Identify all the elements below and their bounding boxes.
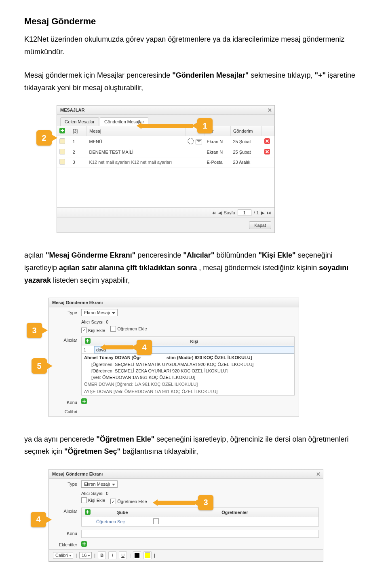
- autocomplete-dropdown: Ahmet Tümay DOVAN [Öğr stim (Müdür) 920 …: [81, 353, 295, 396]
- cell-type: E-Posta: [205, 157, 231, 167]
- checkbox-label: Öğretmen Ekle: [117, 326, 147, 331]
- text: K12 net mail ayarları K12 net mail ayarl…: [89, 160, 172, 165]
- close-button[interactable]: Kapat: [249, 221, 271, 229]
- figure-messages-window: 1 2 MESAJLAR ✕ Gelen Mesajlar Gönderilen…: [57, 105, 275, 233]
- edit-icon[interactable]: [59, 149, 65, 154]
- cell-date: 23 Aralık: [231, 157, 262, 167]
- row-count: Alıcı Sayısı: 0: [49, 489, 323, 497]
- cell-n: 2: [70, 147, 87, 157]
- callout-5: 5: [32, 358, 47, 374]
- col-kisi: Kişi: [94, 336, 295, 346]
- table-row[interactable]: 3 K12 net mail ayarları K12 net mail aya…: [57, 157, 274, 167]
- cell-type: Ekran N: [205, 136, 231, 147]
- italic-button[interactable]: I: [108, 551, 116, 559]
- row-subject: Konu: [49, 528, 323, 539]
- row-font: Calibri: [49, 406, 299, 417]
- callout-1-arrow: [141, 124, 193, 128]
- text: ya da aynı pencerede: [24, 435, 96, 443]
- add-icon[interactable]: [85, 338, 91, 344]
- cell-subject: MENÜ: [87, 136, 186, 147]
- envelope-icon[interactable]: [196, 140, 202, 144]
- close-icon[interactable]: ✕: [316, 471, 321, 477]
- delete-icon[interactable]: [264, 149, 270, 154]
- text-bold: "Gönderilen Mesajlar": [172, 71, 249, 79]
- font-size-select[interactable]: 16: [79, 552, 92, 558]
- window-title-text: Mesaj Gönderme Ekranı: [52, 472, 103, 476]
- col-count: [3]: [70, 126, 87, 136]
- pager-first-icon[interactable]: ⏮: [211, 210, 216, 215]
- suggest-item[interactable]: AYŞE DOVAN [Veli: ÖMERDOVAN 1/A 961 KOÇ …: [82, 388, 294, 395]
- recipient-count: Alıcı Sayısı: 0: [81, 319, 295, 324]
- subject-input[interactable]: [81, 530, 319, 538]
- paragraph-intro: K12Net üzerinden okulumuzda görev yapan …: [24, 33, 364, 58]
- suggest-subline: [Öğretmen: SEÇMELİ ZEKA OYUNLARI 920 KOÇ…: [82, 368, 294, 374]
- callout-4: 4: [137, 340, 152, 355]
- window-footer: Kapat: [57, 218, 274, 233]
- ogretmen-sec-link[interactable]: Öğretmen Seç: [96, 519, 125, 524]
- text-bold: açılan satır alanına çift tıkladıktan so…: [59, 264, 197, 272]
- pager-page-input[interactable]: [238, 209, 251, 216]
- callout-3: 3: [27, 323, 42, 338]
- label-subject: Konu: [53, 399, 77, 405]
- table-row[interactable]: Öğretmen Seç: [82, 517, 319, 527]
- type-select[interactable]: Ekran Mesajı: [81, 309, 118, 316]
- paragraph-step3: ya da aynı pencerede "Öğretmen Ekle" seç…: [24, 433, 364, 458]
- divider: |: [129, 553, 131, 558]
- pager-next-icon[interactable]: ▶: [261, 210, 264, 216]
- callout-4: 4: [31, 512, 46, 527]
- text-bold: "+": [314, 71, 326, 79]
- suggest-subline: [Öğretmen: SEÇMELİ MATEMATİK UYGULAMALAR…: [82, 361, 294, 368]
- row-subject: Konu: [49, 397, 299, 406]
- edit-icon[interactable]: [59, 159, 65, 165]
- compose-window: Mesaj Gönderme Ekranı ✕ Type Ekran Mesaj…: [48, 469, 323, 562]
- pager-prev-icon[interactable]: ◀: [218, 210, 221, 216]
- bold-button[interactable]: B: [98, 551, 106, 559]
- add-icon[interactable]: [81, 398, 87, 404]
- row-attachments: Eklentiler: [49, 539, 323, 549]
- text-bold: "Alıcılar": [183, 251, 214, 259]
- table-row[interactable]: 1 MENÜ Ekran N 25 Şubat: [57, 136, 274, 147]
- checkbox-ogretmen-ekle[interactable]: ✓Öğretmen Ekle: [110, 499, 147, 504]
- underline-button[interactable]: U: [119, 551, 127, 559]
- gear-icon[interactable]: [188, 138, 194, 144]
- add-attachment-icon[interactable]: [81, 541, 87, 547]
- window-title-text: MESAJLAR: [60, 108, 85, 112]
- col-sube: Şube: [94, 508, 151, 517]
- cell-date: 25 Şubat: [231, 147, 262, 157]
- text: U: [121, 553, 124, 558]
- label-recipients: Alıcılar: [53, 508, 77, 514]
- text-bold: "Kişi Ekle": [259, 251, 296, 259]
- edit-icon[interactable]: [59, 138, 65, 144]
- close-icon[interactable]: ✕: [268, 107, 272, 113]
- type-select[interactable]: Ekran Mesajı: [81, 480, 118, 488]
- table-row[interactable]: 2 DENEME TEST MAİLİ Ekran N 25 Şubat: [57, 147, 274, 157]
- checkbox-kisi-ekle[interactable]: Kişi Ekle: [81, 497, 105, 503]
- figure-compose-ogretmen: 3 4 Mesaj Gönderme Ekranı ✕ Type Ekran M…: [48, 469, 323, 562]
- tab-inbox[interactable]: Gelen Mesajlar: [60, 117, 99, 126]
- col-sent: Gönderim: [231, 126, 262, 136]
- paragraph-step1: Mesaj göndermek için Mesajlar penceresin…: [24, 69, 364, 94]
- text: sekmesine tıklayıp,: [251, 71, 314, 79]
- callout-2: 2: [36, 130, 52, 146]
- forecolor-button[interactable]: [133, 551, 141, 559]
- recipients-table: Kişi 1: [81, 336, 295, 354]
- checkbox-blank[interactable]: [153, 518, 159, 524]
- row-type: Type Ekran Mesajı: [49, 479, 323, 489]
- add-icon[interactable]: [85, 509, 91, 515]
- text: Mesaj göndermek için Mesajlar penceresin…: [24, 71, 172, 79]
- pager-last-icon[interactable]: ⏭: [267, 210, 271, 215]
- divider: |: [76, 553, 77, 558]
- backcolor-button[interactable]: [143, 551, 152, 559]
- delete-icon[interactable]: [264, 138, 270, 144]
- row-type: Type Ekran Mesajı: [49, 307, 299, 318]
- checkbox-kisi-ekle[interactable]: ✓Kişi Ekle: [81, 328, 105, 333]
- text: I: [112, 553, 113, 558]
- text: K12Net üzerinden okulumuzda görev yapan …: [24, 35, 344, 56]
- add-icon[interactable]: [59, 128, 65, 133]
- font-family-select[interactable]: Calibri: [53, 552, 73, 558]
- suggest-item[interactable]: ÖMER DOVAN [Öğrenci: 1/A 961 KOÇ ÖZEL İL…: [82, 381, 294, 388]
- checkbox-ogretmen-ekle[interactable]: Öğretmen Ekle: [110, 326, 147, 332]
- checkbox-label: Kişi Ekle: [88, 328, 105, 333]
- suggest-item[interactable]: Ahmet Tümay DOVAN [Öğr stim (Müdür) 920 …: [82, 354, 294, 361]
- label-type: Type: [53, 309, 77, 315]
